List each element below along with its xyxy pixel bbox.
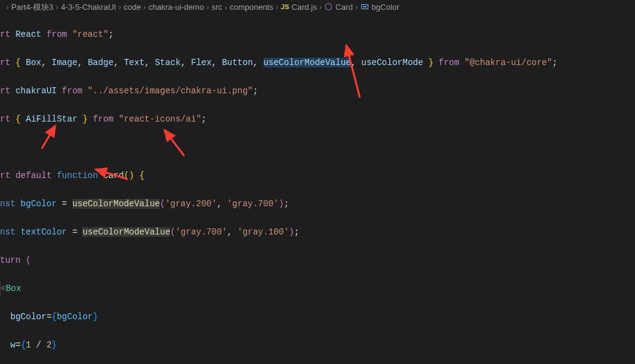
chevron-right-icon: › [6,0,9,14]
breadcrumb-item[interactable]: components [230,0,273,14]
code-line: w={1 / 2} [0,338,635,352]
chevron-right-icon: › [276,0,278,14]
code-line: bgColor={bgColor} [0,310,635,324]
code-line: rt chakraUI from "../assets/images/chakr… [0,84,635,98]
selected-text: useColorModeValue [263,58,351,68]
cube-icon [324,2,333,11]
breadcrumb-item[interactable]: bgColor [372,0,400,14]
chevron-right-icon: › [119,0,121,14]
breadcrumb-item[interactable]: Part4-模块3 [11,0,53,14]
breadcrumb-item[interactable]: Card.js [292,0,317,14]
code-line: nst textColor = useColorModeValue('gray.… [0,225,635,239]
chevron-right-icon: › [56,0,58,14]
svg-rect-1 [363,6,366,7]
code-line: rt { Box, Image, Badge, Text, Stack, Fle… [0,56,635,70]
code-line: rt { AiFillStar } from "react-icons/ai"; [0,112,635,126]
chevron-right-icon: › [319,0,322,14]
breadcrumb-item[interactable]: 4-3-5-ChakraUI [61,0,116,14]
code-editor[interactable]: rt React from "react"; rt { Box, Image, … [0,14,635,364]
breadcrumb-item[interactable]: code [123,0,141,14]
breadcrumb-item[interactable]: chakra-ui-demo [149,0,204,14]
chevron-right-icon: › [225,0,227,14]
chevron-right-icon: › [206,0,209,14]
code-line: <Box [0,282,635,296]
code-line: nst bgColor = useColorModeValue('gray.20… [0,197,635,211]
breadcrumb: › Part4-模块3 › 4-3-5-ChakraUI › code › ch… [0,0,635,14]
code-line [0,141,635,155]
breadcrumb-item[interactable]: Card [335,0,353,14]
chevron-right-icon: › [143,0,146,14]
constant-icon [360,2,369,11]
code-line: rt default function Card() { [0,169,635,183]
chevron-right-icon: › [356,0,358,14]
breadcrumb-item[interactable]: src [211,0,222,14]
code-line: turn ( [0,254,635,268]
code-line: rt React from "react"; [0,28,635,42]
js-file-icon: JS [281,0,289,14]
